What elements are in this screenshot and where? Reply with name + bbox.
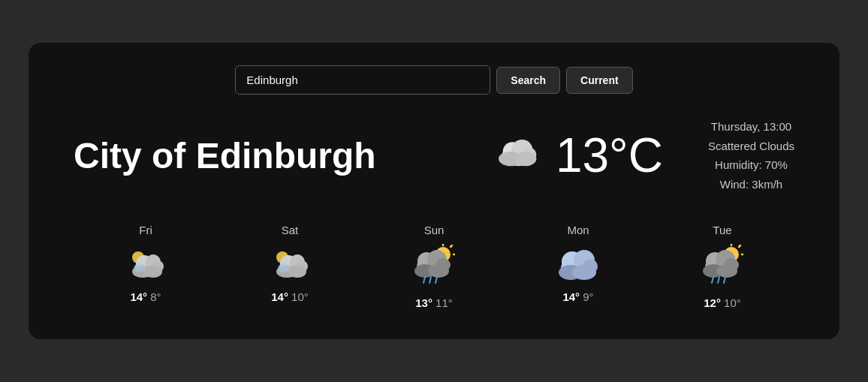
svg-point-23 — [288, 266, 306, 278]
svg-point-6 — [515, 152, 537, 166]
forecast-day-sat: Sat 14° 10° — [269, 224, 311, 309]
forecast-temps-sun: 13° 11° — [415, 296, 453, 309]
day-label-tue: Tue — [713, 224, 731, 236]
forecast-day-mon: Mon 14° 9° — [557, 224, 599, 309]
svg-line-27 — [451, 245, 452, 247]
forecast-temps-mon: 14° 9° — [562, 290, 593, 303]
forecast-day-sun: Sun — [413, 224, 455, 309]
svg-point-24 — [278, 263, 290, 272]
weather-details: Thursday, 13:00 Scattered Clouds Humidit… — [708, 117, 794, 194]
date-time: Thursday, 13:00 — [708, 117, 794, 137]
main-weather-info: City of Edinburgh 13°C Thursday, 13:00 S… — [59, 117, 809, 194]
forecast-icon-mon — [557, 244, 599, 283]
day-label-sun: Sun — [424, 224, 445, 236]
day-label-sat: Sat — [282, 224, 299, 236]
svg-line-38 — [436, 277, 437, 283]
svg-line-48 — [739, 245, 740, 247]
forecast-row: Fri 14° 8° — [59, 224, 809, 309]
svg-point-56 — [716, 264, 737, 278]
current-button[interactable]: Current — [566, 67, 633, 94]
forecast-day-fri: Fri 14° 8° — [125, 224, 167, 309]
forecast-temps-fri: 14° 8° — [130, 290, 161, 303]
wind: Wind: 3km/h — [708, 175, 794, 194]
forecast-icon-sun — [413, 244, 455, 289]
svg-line-57 — [712, 277, 713, 283]
day-label-fri: Fri — [139, 224, 152, 236]
forecast-temps-tue: 12° 10° — [704, 296, 741, 309]
search-row: Search Current — [59, 65, 809, 95]
forecast-icon-tue — [701, 244, 743, 289]
forecast-temps-sat: 14° 10° — [271, 290, 309, 303]
weather-card: Search Current City of Edinburgh 13°C Th… — [29, 43, 839, 339]
svg-line-58 — [718, 277, 719, 283]
forecast-day-tue: Tue — [701, 224, 743, 309]
condition: Scattered Clouds — [708, 137, 794, 156]
svg-point-35 — [428, 264, 449, 278]
svg-point-14 — [144, 266, 162, 278]
search-button[interactable]: Search — [496, 67, 560, 94]
svg-point-15 — [134, 263, 146, 272]
search-input[interactable] — [235, 65, 490, 95]
svg-line-59 — [724, 277, 725, 283]
forecast-icon-fri — [125, 244, 167, 283]
forecast-icon-sat — [269, 244, 311, 283]
main-weather-icon — [496, 128, 544, 183]
svg-point-45 — [572, 265, 596, 280]
day-label-mon: Mon — [567, 224, 589, 236]
temperature-display: 13°C — [556, 128, 663, 183]
svg-line-36 — [423, 277, 425, 283]
city-name: City of Edinburgh — [74, 135, 496, 176]
humidity: Humidity: 70% — [708, 155, 794, 175]
svg-line-37 — [429, 277, 431, 283]
